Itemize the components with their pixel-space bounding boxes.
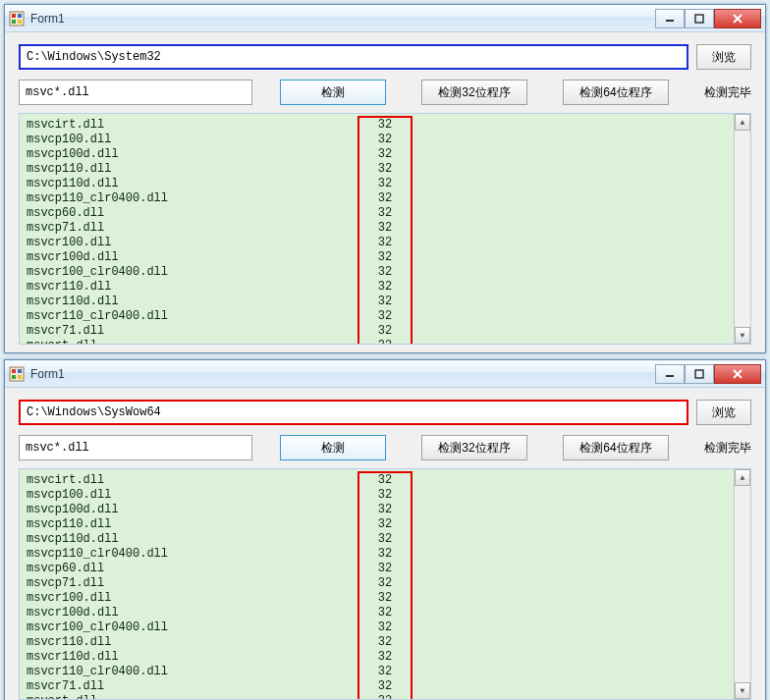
- file-name-cell: msvcp110_clr0400.dll: [26, 547, 361, 562]
- table-row[interactable]: msvcr71.dll32: [26, 679, 409, 694]
- bitness-cell: 32: [361, 147, 409, 162]
- results-list[interactable]: msvcirt.dll32msvcp100.dll32msvcp100d.dll…: [19, 113, 751, 345]
- table-row[interactable]: msvcp100.dll32: [26, 488, 409, 503]
- table-row[interactable]: msvcp100d.dll32: [26, 503, 409, 517]
- bitness-cell: 32: [361, 206, 409, 221]
- status-label: 检测完毕: [704, 440, 751, 457]
- table-row[interactable]: msvcp110.dll32: [26, 517, 409, 532]
- maximize-button[interactable]: [685, 364, 714, 384]
- bitness-cell: 32: [361, 547, 409, 562]
- path-row: C:\Windows\SysWow64浏览: [19, 400, 751, 425]
- svg-rect-10: [12, 369, 16, 373]
- bitness-cell: 32: [361, 250, 409, 265]
- file-name-cell: msvcp71.dll: [26, 221, 361, 236]
- svg-rect-4: [18, 20, 22, 24]
- svg-rect-3: [12, 20, 16, 24]
- browse-button[interactable]: 浏览: [696, 400, 751, 425]
- detect-button[interactable]: 检测: [280, 435, 386, 460]
- minimize-button[interactable]: [655, 364, 685, 384]
- table-row[interactable]: msvcr71.dll32: [26, 324, 409, 339]
- table-row[interactable]: msvcr110_clr0400.dll32: [26, 665, 409, 679]
- table-row[interactable]: msvcrt.dll32: [26, 339, 409, 345]
- bitness-cell: 32: [361, 339, 409, 345]
- bitness-cell: 32: [361, 679, 409, 694]
- detect-32-button[interactable]: 检测32位程序: [421, 80, 527, 105]
- file-name-cell: msvcp60.dll: [26, 206, 361, 221]
- pattern-input[interactable]: msvc*.dll: [19, 435, 252, 460]
- svg-rect-13: [18, 375, 22, 379]
- path-input[interactable]: C:\Windows\SysWow64: [19, 400, 688, 425]
- table-row[interactable]: msvcp71.dll32: [26, 221, 409, 236]
- bitness-cell: 32: [361, 162, 409, 177]
- table-row[interactable]: msvcr100d.dll32: [26, 606, 409, 620]
- table-row[interactable]: msvcr100.dll32: [26, 236, 409, 250]
- file-name-cell: msvcr100.dll: [26, 591, 361, 606]
- client-area: C:\Windows\SysWow64浏览msvc*.dll检测检测32位程序检…: [5, 388, 765, 700]
- bitness-cell: 32: [361, 620, 409, 635]
- file-name-cell: msvcr100_clr0400.dll: [26, 265, 361, 280]
- app-icon: [9, 366, 25, 382]
- bitness-cell: 32: [361, 517, 409, 532]
- table-row[interactable]: msvcr100_clr0400.dll32: [26, 620, 409, 635]
- table-row[interactable]: msvcp110d.dll32: [26, 532, 409, 547]
- file-name-cell: msvcr110_clr0400.dll: [26, 665, 361, 679]
- table-row[interactable]: msvcr110d.dll32: [26, 650, 409, 665]
- table-row[interactable]: msvcp110.dll32: [26, 162, 409, 177]
- scroll-down-icon[interactable]: ▼: [735, 682, 750, 699]
- close-button[interactable]: [714, 364, 761, 384]
- file-name-cell: msvcr110.dll: [26, 635, 361, 650]
- table-row[interactable]: msvcirt.dll32: [26, 473, 409, 488]
- bitness-cell: 32: [361, 606, 409, 620]
- bitness-cell: 32: [361, 562, 409, 576]
- scroll-up-icon[interactable]: ▲: [735, 469, 750, 486]
- table-row[interactable]: msvcr100.dll32: [26, 591, 409, 606]
- table-row[interactable]: msvcr110.dll32: [26, 635, 409, 650]
- file-name-cell: msvcr100.dll: [26, 236, 361, 250]
- file-name-cell: msvcirt.dll: [26, 118, 361, 133]
- table-row[interactable]: msvcr110.dll32: [26, 280, 409, 295]
- bitness-cell: 32: [361, 221, 409, 236]
- path-input[interactable]: C:\Windows\System32: [19, 44, 688, 70]
- bitness-cell: 32: [361, 503, 409, 517]
- maximize-button[interactable]: [685, 9, 714, 28]
- bitness-cell: 32: [361, 295, 409, 309]
- detect-32-button[interactable]: 检测32位程序: [421, 435, 527, 460]
- table-row[interactable]: msvcp110d.dll32: [26, 177, 409, 191]
- window-controls: [655, 9, 761, 28]
- bitness-cell: 32: [361, 650, 409, 665]
- bitness-cell: 32: [361, 324, 409, 339]
- scroll-down-icon[interactable]: ▼: [735, 327, 750, 344]
- table-row[interactable]: msvcp110_clr0400.dll32: [26, 547, 409, 562]
- close-button[interactable]: [714, 9, 761, 28]
- bitness-cell: 32: [361, 236, 409, 250]
- vertical-scrollbar[interactable]: ▲▼: [734, 114, 750, 344]
- file-name-cell: msvcp100d.dll: [26, 147, 361, 162]
- bitness-cell: 32: [361, 133, 409, 147]
- table-row[interactable]: msvcp71.dll32: [26, 576, 409, 591]
- table-row[interactable]: msvcr100_clr0400.dll32: [26, 265, 409, 280]
- pattern-input[interactable]: msvc*.dll: [19, 80, 252, 105]
- table-row[interactable]: msvcirt.dll32: [26, 118, 409, 133]
- window-title: Form1: [30, 12, 655, 26]
- table-row[interactable]: msvcr110_clr0400.dll32: [26, 309, 409, 324]
- detect-64-button[interactable]: 检测64位程序: [563, 435, 669, 460]
- table-row[interactable]: msvcp60.dll32: [26, 562, 409, 576]
- table-row[interactable]: msvcp100.dll32: [26, 133, 409, 147]
- detect-64-button[interactable]: 检测64位程序: [563, 80, 669, 105]
- browse-button[interactable]: 浏览: [696, 44, 751, 70]
- results-list[interactable]: msvcirt.dll32msvcp100.dll32msvcp100d.dll…: [19, 468, 751, 700]
- file-name-cell: msvcp71.dll: [26, 576, 361, 591]
- table-row[interactable]: msvcr110d.dll32: [26, 295, 409, 309]
- file-name-cell: msvcp60.dll: [26, 562, 361, 576]
- minimize-button[interactable]: [655, 9, 685, 28]
- detect-button[interactable]: 检测: [280, 80, 386, 105]
- table-row[interactable]: msvcr100d.dll32: [26, 250, 409, 265]
- vertical-scrollbar[interactable]: ▲▼: [734, 469, 750, 699]
- table-row[interactable]: msvcp110_clr0400.dll32: [26, 191, 409, 206]
- table-row[interactable]: msvcp60.dll32: [26, 206, 409, 221]
- result-table: msvcirt.dll32msvcp100.dll32msvcp100d.dll…: [26, 118, 409, 345]
- table-row[interactable]: msvcrt.dll32: [26, 694, 409, 700]
- scroll-up-icon[interactable]: ▲: [735, 114, 750, 131]
- file-name-cell: msvcp110.dll: [26, 517, 361, 532]
- table-row[interactable]: msvcp100d.dll32: [26, 147, 409, 162]
